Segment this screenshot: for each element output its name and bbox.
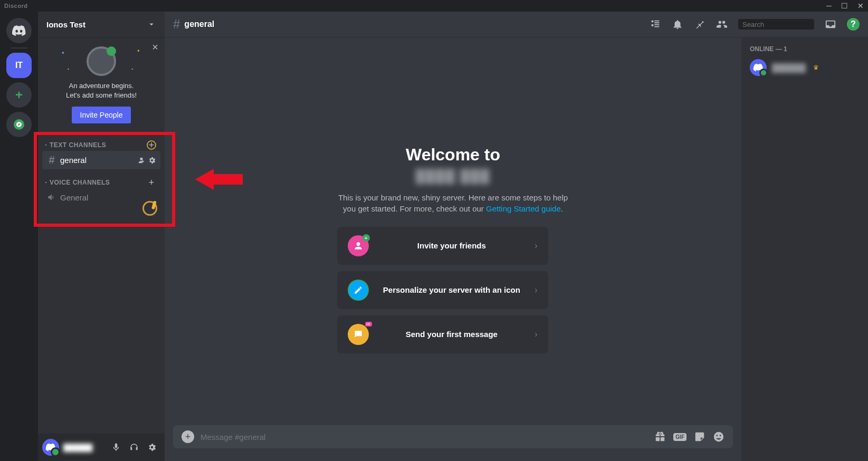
text-channels-category[interactable]: TEXT CHANNELS + (42, 140, 160, 150)
user-panel: ██████ (38, 434, 165, 461)
welcome-description: This is your brand new, shiny server. He… (337, 192, 569, 214)
minimize-icon[interactable]: ─ (826, 2, 832, 10)
channel-header-name: general (184, 20, 214, 29)
onboard-first-message[interactable]: HI Send your first message › (337, 315, 548, 353)
add-voice-channel-icon[interactable]: + (147, 178, 156, 187)
first-message-icon: HI (348, 324, 369, 345)
chevron-right-icon: › (535, 241, 537, 251)
server-initials: IT (15, 61, 23, 70)
channel-header: # general ? (165, 12, 868, 37)
gift-icon[interactable] (654, 431, 666, 443)
server-header[interactable]: Ionos Test (38, 12, 165, 37)
hash-icon: # (173, 17, 180, 32)
annotation-arrow-icon (195, 164, 243, 195)
deafen-icon[interactable] (126, 439, 142, 456)
invite-friends-icon: + (348, 235, 369, 256)
create-invite-icon[interactable] (137, 156, 146, 165)
sticker-icon[interactable] (694, 431, 705, 443)
gif-icon[interactable]: GIF (673, 433, 686, 441)
voice-channel-general[interactable]: General (42, 189, 160, 205)
help-icon[interactable]: ? (847, 18, 860, 31)
members-panel: ONLINE — 1 ██████ ♛ (741, 37, 868, 461)
guilds-rail: IT + (0, 12, 38, 461)
welcome-graphic: ✦ • ✦ • (46, 45, 156, 77)
welcome-line-2: Let's add some friends! (46, 91, 156, 100)
message-input-bar: + GIF (173, 425, 733, 448)
channel-settings-icon[interactable] (148, 156, 156, 165)
threads-icon[interactable] (650, 18, 661, 30)
onboard-label: Invite your friends (377, 241, 527, 250)
chevron-down-icon (147, 20, 156, 29)
close-icon[interactable]: ✕ (857, 2, 864, 10)
svg-marker-0 (195, 169, 243, 190)
user-info[interactable]: ██████ (61, 444, 106, 452)
user-avatar[interactable] (42, 439, 59, 456)
voice-channel-name: General (60, 193, 156, 202)
welcome-server-name: ████ ███ (337, 169, 569, 184)
sidebar-welcome-card: × ✦ • ✦ • An adventure begins. Let's add… (38, 37, 165, 132)
member-avatar (750, 59, 767, 76)
voice-highlight-badge (142, 201, 157, 216)
voice-channels-category[interactable]: VOICE CHANNELS + (42, 178, 160, 187)
chevron-right-icon: › (535, 330, 537, 339)
chat-main: Welcome to ████ ███ This is your brand n… (165, 37, 741, 461)
text-channels-label: TEXT CHANNELS (50, 141, 106, 149)
personalize-icon (348, 280, 369, 301)
speaker-icon (46, 193, 57, 202)
member-row[interactable]: ██████ ♛ (746, 57, 864, 78)
inbox-icon[interactable] (825, 18, 836, 30)
onboard-label: Send your first message (377, 330, 527, 339)
user-settings-icon[interactable] (144, 439, 160, 456)
search-box[interactable] (738, 19, 814, 30)
onboard-label: Personalize your server with an icon (377, 285, 527, 294)
message-input[interactable] (194, 433, 654, 441)
explore-button[interactable] (6, 112, 32, 137)
add-server-button[interactable]: + (6, 82, 32, 108)
app-name: Discord (4, 3, 27, 9)
channel-general[interactable]: # general (42, 151, 160, 169)
channel-name: general (60, 156, 134, 165)
welcome-title: Welcome to (337, 145, 569, 165)
members-online-header: ONLINE — 1 (746, 45, 864, 57)
owner-crown-icon: ♛ (813, 64, 819, 71)
home-button[interactable] (6, 18, 32, 43)
maximize-icon[interactable]: ☐ (841, 2, 848, 10)
voice-channels-label: VOICE CHANNELS (50, 179, 110, 186)
compass-icon (14, 119, 24, 130)
welcome-line-1: An adventure begins. (46, 81, 156, 91)
invite-people-button[interactable]: Invite People (72, 107, 131, 123)
emoji-icon[interactable] (713, 431, 724, 443)
members-icon[interactable] (716, 18, 728, 30)
chevron-right-icon: › (535, 285, 537, 295)
notifications-icon[interactable] (672, 18, 683, 30)
getting-started-link[interactable]: Getting Started guide (486, 204, 561, 213)
add-text-channel-icon[interactable]: + (147, 140, 156, 150)
titlebar: Discord ─ ☐ ✕ (0, 0, 868, 12)
search-input[interactable] (742, 21, 831, 28)
onboard-personalize[interactable]: Personalize your server with an icon › (337, 271, 548, 309)
server-icon-selected[interactable]: IT (6, 53, 32, 78)
hash-icon: # (46, 154, 57, 166)
attach-icon[interactable]: + (182, 430, 194, 443)
member-name: ██████ (772, 63, 806, 72)
mute-icon[interactable] (108, 439, 125, 456)
onboard-invite-friends[interactable]: + Invite your friends › (337, 227, 548, 265)
main-area: # general ? Welcome to ████ ███ (165, 12, 868, 461)
avatar-placeholder-icon (87, 46, 116, 76)
pinned-icon[interactable] (694, 18, 705, 30)
server-name: Ionos Test (46, 20, 85, 29)
channel-sidebar: Ionos Test × ✦ • ✦ • An adventure begins… (38, 12, 165, 461)
